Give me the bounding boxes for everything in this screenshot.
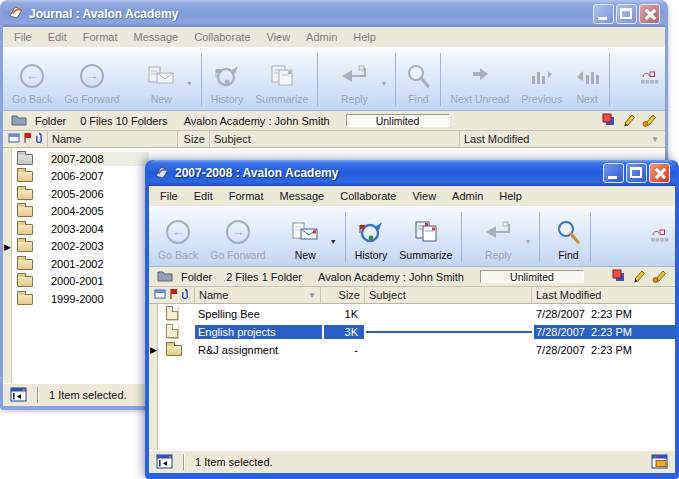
folder-window: 2007-2008 : Avalon Academy File Edit For… — [145, 160, 679, 479]
header-options-caret-icon[interactable]: ▼ — [645, 131, 665, 147]
menu-admin[interactable]: Admin — [298, 28, 345, 46]
toolbar-options-icon[interactable] — [640, 70, 659, 89]
column-header-size[interactable]: Size — [321, 287, 365, 303]
file-row[interactable]: Spelling Bee 1K 7/28/2007 2:23 PM — [159, 305, 675, 323]
statusbar-divider — [37, 387, 39, 403]
history-button[interactable]: History — [205, 51, 250, 108]
access-level-icon[interactable] — [10, 387, 27, 404]
find-button[interactable]: Find — [549, 210, 587, 264]
journal-toolbar: ← Go Back → Go Forward New ▼ History Sum… — [3, 47, 665, 111]
file-row[interactable]: English projects 3K 7/28/2007 2:23 PM — [159, 323, 675, 341]
journal-window-title: Journal : Avalon Academy — [29, 7, 178, 21]
new-button[interactable]: New — [286, 210, 325, 264]
go-back-button[interactable]: ← Go Back — [152, 210, 204, 264]
menu-collaborate[interactable]: Collaborate — [332, 187, 404, 205]
find-button[interactable]: Find — [399, 51, 437, 108]
menu-file[interactable]: File — [6, 28, 40, 46]
menu-view[interactable]: View — [404, 187, 444, 205]
close-button[interactable] — [649, 163, 670, 183]
column-header-last-modified[interactable]: Last Modified — [460, 131, 645, 147]
toolbar-options-icon[interactable] — [650, 228, 669, 247]
column-header-last-modified[interactable]: Last Modified — [532, 287, 675, 303]
column-header-name[interactable]: Name — [48, 131, 178, 147]
minimize-button[interactable] — [603, 163, 624, 183]
doc-type-column-icon[interactable] — [154, 289, 166, 301]
minimize-button[interactable] — [593, 4, 614, 24]
new-button[interactable]: New — [142, 51, 181, 108]
new-dropdown-icon[interactable]: ▼ — [181, 80, 198, 87]
summarize-icon — [413, 217, 439, 247]
go-back-button[interactable]: ← Go Back — [6, 51, 58, 108]
go-forward-button[interactable]: → Go Forward — [204, 210, 271, 264]
maximize-icon — [620, 8, 632, 19]
journal-menubar: File Edit Format Message Collaborate Vie… — [3, 27, 665, 47]
new-dropdown-icon[interactable]: ▼ — [325, 238, 342, 245]
menu-view[interactable]: View — [258, 28, 298, 46]
edit-pencil-icon[interactable] — [632, 269, 646, 285]
folder-icon — [17, 189, 33, 200]
summarize-button[interactable]: Summarize — [393, 210, 458, 264]
column-header-size[interactable]: Size — [178, 131, 210, 147]
sign-pencil-key-icon[interactable] — [642, 113, 657, 129]
attachment-column-icon[interactable] — [181, 288, 189, 302]
toolbar-separator — [395, 53, 396, 106]
column-header-subject[interactable]: Subject — [210, 131, 460, 147]
go-forward-icon: → — [80, 64, 104, 88]
menu-file[interactable]: File — [152, 187, 186, 205]
toolbar-separator — [345, 212, 346, 262]
menu-message[interactable]: Message — [126, 28, 187, 46]
menu-message[interactable]: Message — [272, 187, 333, 205]
go-back-icon: ← — [166, 220, 190, 244]
statusbar-divider — [183, 454, 185, 470]
menu-format[interactable]: Format — [221, 187, 272, 205]
summarize-button[interactable]: Summarize — [249, 51, 314, 108]
doc-type-column-icon[interactable] — [8, 133, 20, 145]
column-header-name[interactable]: Name ▼ — [195, 287, 321, 303]
summarize-icon — [269, 61, 295, 91]
reply-button[interactable]: Reply — [333, 51, 375, 108]
infobar-counts: 0 Files 10 Folders — [80, 115, 167, 127]
close-button[interactable] — [639, 4, 660, 24]
maximize-button[interactable] — [626, 163, 647, 183]
menu-edit[interactable]: Edit — [40, 28, 75, 46]
reply-dropdown-icon[interactable]: ▼ — [519, 238, 536, 245]
access-level-icon[interactable] — [156, 454, 173, 471]
menu-help[interactable]: Help — [491, 187, 530, 205]
folder-icon — [17, 224, 33, 235]
reply-dropdown-icon[interactable]: ▼ — [375, 80, 392, 87]
next-unread-icon — [467, 61, 493, 91]
folder-icon — [17, 154, 33, 165]
view-icon[interactable] — [602, 113, 616, 129]
menu-format[interactable]: Format — [75, 28, 126, 46]
menu-edit[interactable]: Edit — [186, 187, 221, 205]
folder-icon — [11, 114, 27, 128]
folder-icon — [17, 259, 33, 270]
flag-column-icon[interactable] — [169, 288, 178, 302]
reply-button[interactable]: Reply — [477, 210, 519, 264]
folder-toolbar: ← Go Back → Go Forward New ▼ History Sum… — [149, 206, 675, 267]
go-forward-button[interactable]: → Go Forward — [58, 51, 125, 108]
menu-help[interactable]: Help — [345, 28, 384, 46]
sign-pencil-key-icon[interactable] — [652, 269, 667, 285]
file-row[interactable]: R&J assignment - 7/28/2007 2:23 PM — [159, 341, 675, 359]
menu-admin[interactable]: Admin — [444, 187, 491, 205]
attachment-column-icon[interactable] — [35, 132, 43, 146]
location-icon[interactable] — [651, 454, 668, 471]
previous-icon — [529, 61, 555, 91]
next-button[interactable]: Next — [568, 51, 606, 108]
column-header-subject[interactable]: Subject — [365, 287, 532, 303]
folder-titlebar[interactable]: 2007-2008 : Avalon Academy — [149, 160, 675, 186]
status-text: 1 Item selected. — [195, 456, 273, 468]
previous-button[interactable]: Previous — [515, 51, 568, 108]
folder-statusbar: 1 Item selected. — [149, 450, 675, 473]
history-button[interactable]: History — [349, 210, 394, 264]
view-icon[interactable] — [612, 269, 626, 285]
journal-titlebar[interactable]: Journal : Avalon Academy — [3, 0, 665, 27]
folder-app-icon — [154, 164, 170, 183]
next-unread-button[interactable]: Next Unread — [444, 51, 515, 108]
maximize-button[interactable] — [616, 4, 637, 24]
folder-window-title: 2007-2008 : Avalon Academy — [175, 166, 338, 180]
menu-collaborate[interactable]: Collaborate — [186, 28, 258, 46]
edit-pencil-icon[interactable] — [622, 113, 636, 129]
flag-column-icon[interactable] — [23, 132, 32, 146]
